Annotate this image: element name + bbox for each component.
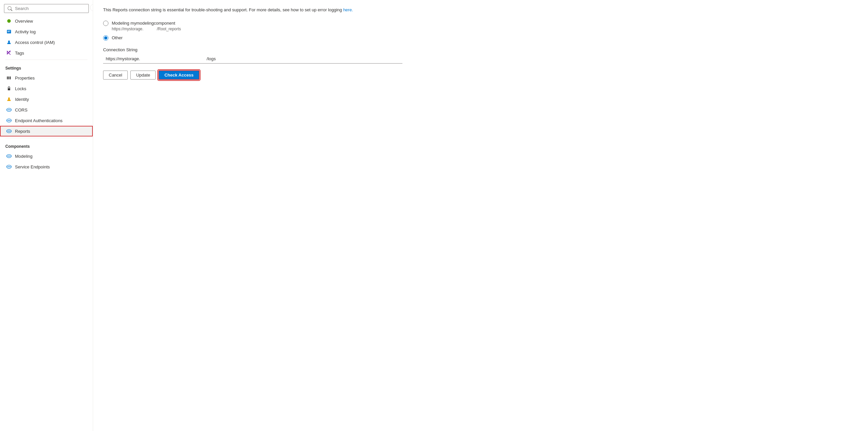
overview-icon	[6, 18, 12, 24]
main-content: This Reports connection string is essent…	[93, 0, 868, 431]
connection-string-label: Connection String	[103, 47, 858, 52]
search-icon	[8, 6, 12, 11]
radio-option-other: Other	[103, 35, 858, 40]
sidebar-item-properties[interactable]: Properties	[0, 73, 93, 83]
activity-log-icon	[6, 29, 12, 34]
sidebar-item-cors[interactable]: CORS	[0, 105, 93, 115]
radio-other-label: Other	[112, 35, 123, 40]
sidebar-item-locks[interactable]: Locks	[0, 83, 93, 94]
connection-string-box: https://mystorage. /logs	[103, 54, 402, 63]
svg-rect-6	[7, 77, 8, 80]
search-bar[interactable]	[4, 4, 89, 13]
cors-icon	[6, 107, 12, 113]
svg-point-4	[8, 40, 10, 42]
radio-modeling-sub: https://mystorage. /Root_reports	[103, 27, 858, 31]
iam-icon	[6, 39, 12, 45]
radio-modeling-label: Modeling mymodelingcomponent	[112, 21, 175, 26]
sidebar-item-modeling[interactable]: Modeling	[0, 151, 93, 162]
info-text: This Reports connection string is essent…	[103, 7, 858, 13]
tags-icon	[6, 50, 12, 56]
sidebar-item-identity[interactable]: Identity	[0, 94, 93, 105]
endpoint-auth-icon	[6, 118, 12, 123]
button-row: Cancel Update Check Access	[103, 70, 858, 80]
collapse-button[interactable]: «	[90, 4, 93, 11]
sidebar-item-tags[interactable]: Tags	[0, 48, 93, 58]
service-endpoints-icon	[6, 164, 12, 169]
cancel-button[interactable]: Cancel	[103, 70, 128, 80]
info-link[interactable]: here.	[343, 7, 353, 12]
radio-other[interactable]	[103, 35, 108, 40]
sidebar-item-service-endpoints[interactable]: Service Endpoints	[0, 162, 93, 172]
identity-icon	[6, 96, 12, 102]
radio-modeling[interactable]	[103, 21, 108, 26]
components-section-label: Components	[0, 139, 93, 151]
sidebar-item-reports[interactable]: Reports	[0, 126, 93, 137]
search-input[interactable]	[15, 6, 85, 11]
svg-rect-7	[8, 77, 9, 80]
radio-group: Modeling mymodelingcomponent https://mys…	[103, 21, 858, 40]
locks-icon	[6, 86, 12, 91]
divider-1	[5, 60, 88, 60]
sidebar-item-access-control[interactable]: Access control (IAM)	[0, 37, 93, 48]
svg-point-10	[8, 97, 10, 99]
svg-rect-9	[8, 88, 10, 90]
sidebar-item-activity-log[interactable]: Activity log	[0, 26, 93, 37]
svg-point-5	[9, 51, 11, 53]
settings-section-label: Settings	[0, 61, 93, 73]
svg-rect-8	[10, 77, 11, 80]
svg-rect-2	[8, 31, 11, 31]
modeling-icon	[6, 153, 12, 159]
sidebar-item-endpoint-auth[interactable]: Endpoint Authentications	[0, 115, 93, 126]
sidebar-item-overview[interactable]: Overview	[0, 16, 93, 26]
divider-2	[5, 138, 88, 138]
svg-rect-3	[8, 32, 10, 32]
sidebar: « Overview Activity log Access control (…	[0, 0, 93, 431]
radio-option-modeling: Modeling mymodelingcomponent https://mys…	[103, 21, 858, 31]
reports-icon	[6, 128, 12, 134]
check-access-button[interactable]: Check Access	[158, 70, 199, 80]
svg-point-0	[7, 19, 11, 23]
update-button[interactable]: Update	[130, 70, 156, 80]
properties-icon	[6, 75, 12, 81]
